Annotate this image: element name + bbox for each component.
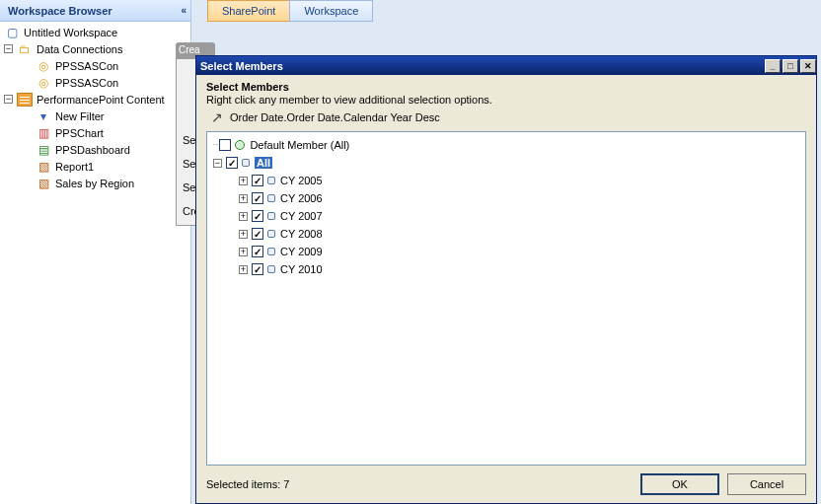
tree-lines: ┈: [213, 140, 217, 150]
dimension-row: ↗ Order Date.Order Date.Calendar Year De…: [206, 109, 806, 125]
tree-root-workspace[interactable]: ▢ Untitled Workspace: [0, 24, 190, 40]
dimension-path: Order Date.Order Date.Calendar Year Desc: [230, 111, 440, 123]
workspace-tree: ▢ Untitled Workspace − 🗀 Data Connection…: [0, 22, 190, 504]
member-icon: [267, 230, 275, 238]
member-label: Default Member (All): [250, 139, 349, 151]
datasource-icon: ◎: [36, 59, 51, 73]
member-label-selected: All: [255, 157, 272, 169]
select-members-dialog: Select Members _ □ ✕ Select Members Righ…: [195, 55, 817, 504]
checkbox-checked[interactable]: ✓: [252, 263, 263, 275]
tree-node-data-connections[interactable]: − 🗀 Data Connections: [0, 40, 190, 57]
member-label: CY 2008: [280, 228, 323, 240]
member-year[interactable]: + ✓ CY 2009: [213, 243, 799, 260]
datasource-icon: ◎: [36, 76, 51, 90]
member-year[interactable]: + ✓ CY 2005: [213, 172, 799, 189]
main-tabstrip: SharePoint Workspace: [207, 0, 372, 22]
checkbox-checked[interactable]: ✓: [252, 192, 263, 204]
workspace-browser-header: Workspace Browser «: [0, 0, 190, 22]
expand-icon[interactable]: +: [239, 230, 248, 239]
member-icon: [267, 265, 275, 273]
tree-leaf-connection[interactable]: ◎ PPSSASCon: [0, 57, 190, 74]
tree-leaf-new-filter[interactable]: ▾ New Filter: [0, 108, 190, 124]
member-icon: [267, 248, 275, 255]
member-label: CY 2010: [280, 263, 323, 275]
workspace-browser-title: Workspace Browser: [8, 5, 112, 17]
member-label: CY 2009: [280, 246, 323, 257]
dialog-footer: Selected items: 7 OK Cancel: [206, 473, 806, 495]
tree-node-pp-content[interactable]: − PerformancePoint Content: [0, 91, 190, 108]
tree-leaf-sales-report[interactable]: ▧ Sales by Region: [0, 175, 190, 191]
report-icon: ▧: [36, 160, 51, 174]
expand-icon[interactable]: +: [239, 177, 248, 185]
expand-icon[interactable]: +: [239, 265, 248, 274]
checkbox-checked[interactable]: ✓: [252, 210, 263, 222]
member-label: CY 2007: [280, 210, 323, 222]
member-all[interactable]: − ✓ All: [213, 154, 799, 172]
checkbox-checked[interactable]: ✓: [252, 228, 263, 240]
member-icon: [267, 194, 275, 202]
member-label: CY 2005: [280, 175, 323, 186]
tab-workspace[interactable]: Workspace: [289, 0, 373, 22]
checkbox-checked[interactable]: ✓: [252, 175, 263, 186]
report-icon: ▧: [36, 177, 51, 190]
member-default[interactable]: ┈ Default Member (All): [213, 136, 799, 154]
member-icon: [267, 212, 275, 220]
chart-icon: ▥: [36, 126, 51, 140]
workspace-browser-panel: Workspace Browser « ▢ Untitled Workspace…: [0, 0, 191, 504]
dialog-body: Select Members Right click any member to…: [196, 75, 816, 503]
member-tree[interactable]: ┈ Default Member (All) − ✓ All + ✓ CY 20…: [206, 131, 806, 466]
tab-sharepoint[interactable]: SharePoint: [207, 0, 290, 22]
cancel-button[interactable]: Cancel: [727, 473, 806, 495]
tree-leaf-chart[interactable]: ▥ PPSChart: [0, 124, 190, 141]
checkbox-checked[interactable]: ✓: [226, 157, 238, 169]
member-year[interactable]: + ✓ CY 2008: [213, 225, 799, 243]
expand-icon[interactable]: −: [4, 44, 13, 53]
member-year[interactable]: + ✓ CY 2010: [213, 260, 799, 278]
filter-icon: ▾: [36, 109, 51, 123]
ok-button[interactable]: OK: [640, 473, 719, 495]
dashboard-icon: ▤: [36, 143, 51, 157]
dialog-header: Select Members: [206, 81, 806, 93]
expand-icon[interactable]: −: [4, 95, 13, 104]
selected-count: Selected items: 7: [206, 478, 289, 490]
expand-icon[interactable]: −: [213, 159, 222, 168]
dialog-title: Select Members: [200, 60, 283, 72]
dialog-subheader: Right click any member to view additiona…: [206, 94, 806, 106]
workspace-icon: ▢: [4, 26, 20, 39]
member-year[interactable]: + ✓ CY 2006: [213, 189, 799, 207]
expand-icon[interactable]: +: [239, 212, 248, 221]
member-label: CY 2006: [280, 192, 323, 204]
minimize-button[interactable]: _: [765, 59, 781, 73]
member-icon: [267, 177, 275, 184]
folder-icon: 🗀: [17, 42, 33, 56]
dimension-icon: ↗: [208, 109, 226, 125]
tree-leaf-dashboard[interactable]: ▤ PPSDashboard: [0, 141, 190, 158]
member-year[interactable]: + ✓ CY 2007: [213, 207, 799, 225]
checkbox-unchecked[interactable]: [219, 139, 231, 151]
list-icon: [17, 93, 33, 107]
dialog-titlebar[interactable]: Select Members _ □ ✕: [196, 56, 816, 75]
checkbox-checked[interactable]: ✓: [252, 246, 263, 257]
tree-leaf-report[interactable]: ▧ Report1: [0, 158, 190, 175]
maximize-button[interactable]: □: [783, 59, 798, 73]
collapse-panel-icon[interactable]: «: [181, 5, 187, 16]
default-member-icon: [235, 140, 245, 150]
member-icon: [242, 159, 250, 167]
expand-icon[interactable]: +: [239, 194, 248, 203]
close-button[interactable]: ✕: [800, 59, 816, 73]
tree-leaf-connection[interactable]: ◎ PPSSASCon: [0, 74, 190, 91]
expand-icon[interactable]: +: [239, 248, 248, 256]
